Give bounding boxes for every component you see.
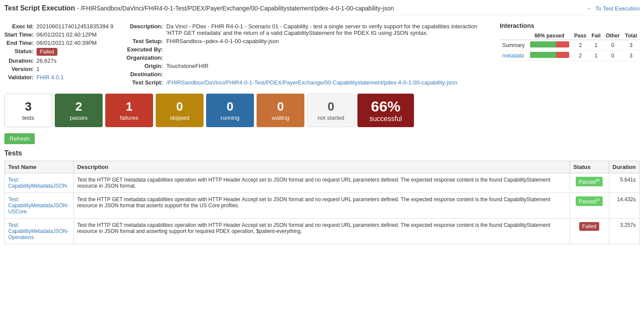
interactions-pass: 2 xyxy=(572,40,589,51)
end-time-label: End Time: xyxy=(4,39,37,47)
test-status-cell: PassedW xyxy=(570,193,609,219)
page-title: Test Script Execution - /FHIRSandbox/DaV… xyxy=(4,4,394,12)
exec-id-label: Exec Id: xyxy=(4,22,37,30)
interactions-title: Interactions xyxy=(500,22,640,29)
title-main: Test Script Execution xyxy=(4,4,75,12)
not-started-label: not started xyxy=(317,115,344,121)
interactions-panel: Interactions 66% passed Pass Fail Other … xyxy=(500,22,640,87)
test-status-cell: PassedW xyxy=(570,173,609,193)
origin-label: Origin: xyxy=(125,62,165,70)
failures-stat: 1 failures xyxy=(105,94,153,127)
interactions-progress xyxy=(527,51,572,61)
end-time-value: 06/01/2021 02:40:39PM xyxy=(37,39,116,47)
table-row: Test: CapabilityMetadataJSON Test the HT… xyxy=(5,173,640,193)
tests-num: 3 xyxy=(25,100,32,114)
skipped-num: 0 xyxy=(176,100,183,114)
interactions-fail: 1 xyxy=(589,40,604,51)
test-setup-value: FHIRSandbox--pdex-4-0-1-00-capability-js… xyxy=(165,37,491,45)
col-test-name: Test Name xyxy=(5,161,74,173)
to-test-execution-link[interactable]: ← To Test Execution xyxy=(587,5,640,12)
interactions-fail: 1 xyxy=(589,51,604,61)
interactions-col-pct: 66% passed xyxy=(527,32,572,40)
executed-by-value xyxy=(165,45,491,54)
validator-label: Validator: xyxy=(4,73,37,81)
duration-label: Duration: xyxy=(4,57,37,65)
test-name-link[interactable]: Test: CapabilityMetadataJSON xyxy=(8,177,67,189)
test-description-cell: Test the HTTP GET metadata capabilities … xyxy=(73,219,570,244)
tests-label: tests xyxy=(22,115,34,121)
test-setup-label: Test Setup: xyxy=(125,37,165,45)
organization-value xyxy=(165,54,491,62)
interactions-total: 3 xyxy=(622,51,640,61)
col-description: Description xyxy=(73,161,570,173)
test-description-cell: Test the HTTP GET metadata capabilities … xyxy=(73,193,570,219)
destination-value xyxy=(165,70,491,78)
success-pct-stat: 66% successful xyxy=(357,94,414,127)
origin-value: TouchstoneFHIR xyxy=(165,62,491,70)
col-duration: Duration xyxy=(609,161,639,173)
description-label: Description: xyxy=(125,22,165,37)
validator-link[interactable]: FHIR 4.0.1 xyxy=(37,74,64,81)
test-script-link[interactable]: /FHIRSandbox/DaVinci/FHIR4-0-1-Test/PDEX… xyxy=(167,79,457,86)
interactions-col-other: Other xyxy=(603,32,622,40)
refresh-button[interactable]: Refresh xyxy=(4,133,35,144)
test-name-cell: Test: CapabilityMetadataJSON-USCore xyxy=(5,193,74,219)
passes-num: 2 xyxy=(75,100,82,114)
running-stat: 0 running xyxy=(206,94,254,127)
not-started-num: 0 xyxy=(327,100,334,114)
interactions-total: 3 xyxy=(622,40,640,51)
skipped-label: skipped xyxy=(170,115,190,121)
skipped-stat: 0 skipped xyxy=(156,94,204,127)
exec-id-value: 20210601174012451835394 9 xyxy=(37,22,116,30)
interactions-table: 66% passed Pass Fail Other Total Summary… xyxy=(500,32,640,61)
failures-label: failures xyxy=(120,115,138,121)
test-status-cell: Failed xyxy=(570,219,609,244)
version-label: Version: xyxy=(4,65,37,73)
status-badge-passed: PassedW xyxy=(576,177,603,186)
success-pct-num: 66% xyxy=(371,98,400,115)
version-value: 1 xyxy=(37,65,116,73)
failures-num: 1 xyxy=(126,100,133,114)
validator-value: FHIR 4.0.1 xyxy=(37,73,116,81)
interactions-col-pass: Pass xyxy=(572,32,589,40)
left-info: Exec Id: 20210601174012451835394 9 Start… xyxy=(4,22,116,87)
success-label: successful xyxy=(370,115,402,123)
interactions-pass: 2 xyxy=(572,51,589,61)
page-header: Test Script Execution - /FHIRSandbox/DaV… xyxy=(4,4,640,16)
test-script-value: /FHIRSandbox/DaVinci/FHIR4-0-1-Test/PDEX… xyxy=(165,78,491,87)
not-started-stat: 0 not started xyxy=(307,94,355,127)
arrow-left-icon: ← xyxy=(587,5,592,12)
table-row: Test: CapabilityMetadataJSON-USCore Test… xyxy=(5,193,640,219)
interactions-other: 0 xyxy=(603,40,622,51)
description-value: Da Vinci - PDex - FHIR R4-0-1 - Scenario… xyxy=(165,22,491,37)
start-time-value: 06/01/2021 02:40:12PM xyxy=(37,30,116,39)
table-row: Test: CapabilityMetadataJSON-Operations … xyxy=(5,219,640,244)
stats-row: 3 tests 2 passes 1 failures 0 skipped 0 … xyxy=(4,94,640,127)
interactions-row-label: Summary xyxy=(500,40,527,51)
test-duration-cell: 14.432s xyxy=(609,193,639,219)
passes-label: passes xyxy=(70,115,87,121)
test-name-cell: Test: CapabilityMetadataJSON-Operations xyxy=(5,219,74,244)
middle-info: Description: Da Vinci - PDex - FHIR R4-0… xyxy=(125,22,491,87)
interactions-other: 0 xyxy=(603,51,622,61)
interactions-row-label[interactable]: metadata xyxy=(500,51,527,61)
running-label: running xyxy=(220,115,239,121)
info-section: Exec Id: 20210601174012451835394 9 Start… xyxy=(4,22,640,87)
interactions-col-label xyxy=(500,32,527,40)
tests-stat: 3 tests xyxy=(4,94,52,127)
test-name-link[interactable]: Test: CapabilityMetadataJSON-USCore xyxy=(8,196,69,215)
test-name-link[interactable]: Test: CapabilityMetadataJSON-Operations xyxy=(8,222,69,240)
passes-stat: 2 passes xyxy=(55,94,103,127)
waiting-label: waiting xyxy=(272,115,289,121)
tests-section-title: Tests xyxy=(4,149,640,157)
interactions-col-fail: Fail xyxy=(589,32,604,40)
duration-value: 26.627s xyxy=(37,57,116,65)
test-duration-cell: 5.641s xyxy=(609,173,639,193)
test-duration-cell: 3.257s xyxy=(609,219,639,244)
test-description-cell: Test the HTTP GET metadata capabilities … xyxy=(73,173,570,193)
status-badge-failed: Failed xyxy=(579,222,600,231)
organization-label: Organization: xyxy=(125,54,165,62)
destination-label: Destination: xyxy=(125,70,165,78)
status-badge: Failed xyxy=(37,48,58,56)
waiting-num: 0 xyxy=(277,100,284,114)
